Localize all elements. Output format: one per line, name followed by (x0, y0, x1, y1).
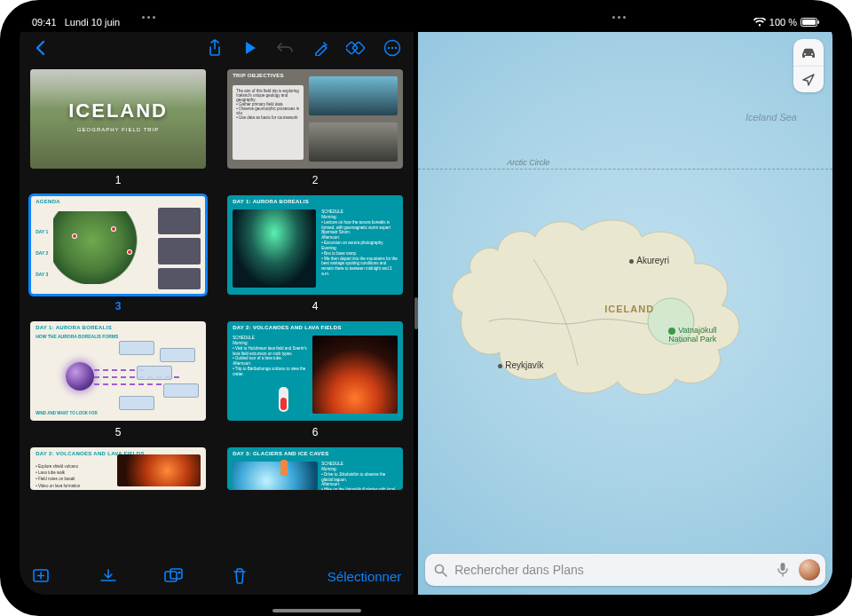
agenda-day-3: DAY 3 (36, 272, 48, 277)
slide-7-body: • Explore shield volcano • Lava tube wal… (36, 463, 112, 490)
svg-rect-16 (781, 563, 785, 571)
slide-cell-1[interactable]: ICELAND GEOGRAPHY FIELD TRIP 1 (30, 69, 206, 192)
slide-grid[interactable]: ICELAND GEOGRAPHY FIELD TRIP 1 TRIP OBJE… (20, 64, 414, 557)
maps-app[interactable]: Arctic Circle Iceland Sea ICELAND Reykja… (418, 32, 832, 595)
slide-cell-7[interactable]: DAY 2: VOLCANOES AND LAVA FIELDS • Explo… (30, 447, 206, 490)
battery-pct: 100 % (769, 17, 797, 28)
svg-point-15 (436, 565, 444, 573)
slide-8-body: SCHEDULE Morning: • Drive to Jökulsárlón… (321, 462, 398, 490)
slide-thumb-8[interactable]: DAY 3: GLACIERS AND ICE CAVES SCHEDULE M… (227, 447, 403, 490)
format-button[interactable] (305, 35, 337, 61)
battery-icon (801, 18, 820, 27)
keynote-app: ICELAND GEOGRAPHY FIELD TRIP 1 TRIP OBJE… (20, 32, 414, 595)
split-handle-left[interactable] (142, 16, 155, 19)
keynote-bottom-toolbar: Sélectionner (20, 557, 414, 595)
slide-4-body: SCHEDULE Morning: • Lecture on how the a… (321, 209, 398, 288)
slide-6-title: DAY 2: VOLCANOES AND LAVA FIELDS (233, 325, 342, 330)
slide-thumb-6[interactable]: DAY 2: VOLCANOES AND LAVA FIELDS SCHEDUL… (227, 321, 403, 421)
share-button[interactable] (199, 35, 231, 61)
select-button[interactable]: Sélectionner (327, 569, 401, 584)
reykjavik-label[interactable]: Reykjavík (498, 360, 543, 370)
play-button[interactable] (234, 35, 266, 61)
screen: 09:41 Lundi 10 juin 100 % (20, 12, 832, 595)
slide-5-title: DAY 1: AURORA BOREALIS (36, 325, 112, 330)
slide-1-title: ICELAND (30, 99, 206, 122)
more-button[interactable] (376, 35, 408, 61)
svg-rect-1 (802, 20, 816, 25)
slide-2-title: TRIP OBJECTIVES (233, 73, 284, 78)
slide-cell-3[interactable]: AGENDA DAY 1 DAY 2 DAY 3 (30, 195, 206, 318)
search-placeholder: Rechercher dans Plans (454, 563, 770, 577)
slide-number-1: 1 (115, 174, 122, 186)
slide-number-4: 4 (312, 300, 319, 312)
insert-button[interactable] (98, 565, 119, 587)
iceland-landmass (436, 188, 764, 410)
svg-point-14 (811, 53, 813, 55)
slide-cell-8[interactable]: DAY 3: GLACIERS AND ICE CAVES SCHEDULE M… (227, 447, 403, 490)
arctic-circle-label: Arctic Circle (507, 158, 549, 167)
svg-point-7 (391, 47, 393, 49)
akureyri-label[interactable]: Akureyri (629, 256, 669, 265)
split-handle-right[interactable] (612, 16, 626, 19)
slide-8-title: DAY 3: GLACIERS AND ICE CAVES (233, 451, 328, 456)
user-avatar[interactable] (799, 559, 820, 580)
slide-2-body: The aim of this field trip is exploring … (233, 85, 304, 160)
slide-5-subtitle: HOW THE AURORA BOREALIS FORMS (36, 334, 118, 339)
wifi-icon (753, 18, 766, 27)
svg-point-6 (388, 47, 390, 49)
slide-thumb-2[interactable]: TRIP OBJECTIVES The aim of this field tr… (227, 69, 403, 169)
delete-button[interactable] (229, 565, 250, 587)
slide-thumb-3[interactable]: AGENDA DAY 1 DAY 2 DAY 3 (30, 195, 206, 295)
ipad-frame: 09:41 Lundi 10 juin 100 % (0, 0, 852, 616)
mic-icon[interactable] (777, 562, 788, 578)
slide-1-subtitle: GEOGRAPHY FIELD TRIP (30, 127, 206, 132)
group-button[interactable] (163, 565, 185, 587)
svg-point-8 (395, 47, 397, 49)
slide-thumb-5[interactable]: DAY 1: AURORA BOREALIS HOW THE AURORA BO… (30, 321, 206, 421)
maps-controls (793, 39, 824, 92)
slide-thumb-4[interactable]: DAY 1: AURORA BOREALIS SCHEDULE Morning:… (227, 195, 403, 295)
add-slide-button[interactable] (32, 565, 53, 587)
undo-button[interactable] (270, 35, 302, 61)
split-view: ICELAND GEOGRAPHY FIELD TRIP 1 TRIP OBJE… (20, 32, 832, 595)
transition-button[interactable] (341, 35, 373, 61)
slide-3-title: AGENDA (36, 199, 60, 204)
slide-4-title: DAY 1: AURORA BOREALIS (233, 199, 309, 204)
status-right: 100 % (753, 17, 820, 28)
svg-point-13 (804, 53, 806, 55)
vatnajokull-label[interactable]: Vatnajökull National Park (668, 327, 730, 344)
slide-thumb-1[interactable]: ICELAND GEOGRAPHY FIELD TRIP (30, 69, 206, 169)
slide-cell-5[interactable]: DAY 1: AURORA BOREALIS HOW THE AURORA BO… (30, 321, 206, 444)
slide-number-6: 6 (312, 426, 319, 438)
agenda-day-1: DAY 1 (36, 229, 48, 234)
location-button[interactable] (793, 66, 824, 92)
svg-rect-2 (818, 20, 820, 24)
arctic-circle-line (418, 169, 832, 170)
status-time: 09:41 (32, 17, 57, 28)
slide-6-body: SCHEDULE Morning: • Visit to Holuhraun l… (233, 336, 309, 414)
slide-thumb-7[interactable]: DAY 2: VOLCANOES AND LAVA FIELDS • Explo… (30, 447, 206, 490)
keynote-toolbar (20, 32, 414, 64)
agenda-day-2: DAY 2 (36, 250, 48, 256)
slide-cell-2[interactable]: TRIP OBJECTIVES The aim of this field tr… (227, 69, 403, 192)
slide-5-footer: WIND AND WHAT TO LOOK FOR (36, 411, 98, 415)
status-left: 09:41 Lundi 10 juin (32, 17, 120, 28)
back-button[interactable] (25, 35, 57, 61)
maps-search-bar[interactable]: Rechercher dans Plans (425, 554, 825, 586)
split-grabber-icon (414, 297, 418, 329)
slide-cell-4[interactable]: DAY 1: AURORA BOREALIS SCHEDULE Morning:… (227, 195, 403, 318)
slide-number-3: 3 (115, 300, 122, 312)
iceland-country-label: ICELAND (604, 304, 654, 314)
iceland-sea-label: Iceland Sea (746, 112, 797, 123)
slide-number-5: 5 (115, 426, 122, 438)
status-date: Lundi 10 juin (65, 17, 120, 28)
driving-mode-button[interactable] (793, 39, 824, 66)
search-icon (434, 564, 447, 577)
slide-number-2: 2 (312, 174, 319, 186)
slide-cell-6[interactable]: DAY 2: VOLCANOES AND LAVA FIELDS SCHEDUL… (227, 321, 403, 444)
map-canvas[interactable]: Arctic Circle Iceland Sea ICELAND Reykja… (418, 32, 832, 595)
